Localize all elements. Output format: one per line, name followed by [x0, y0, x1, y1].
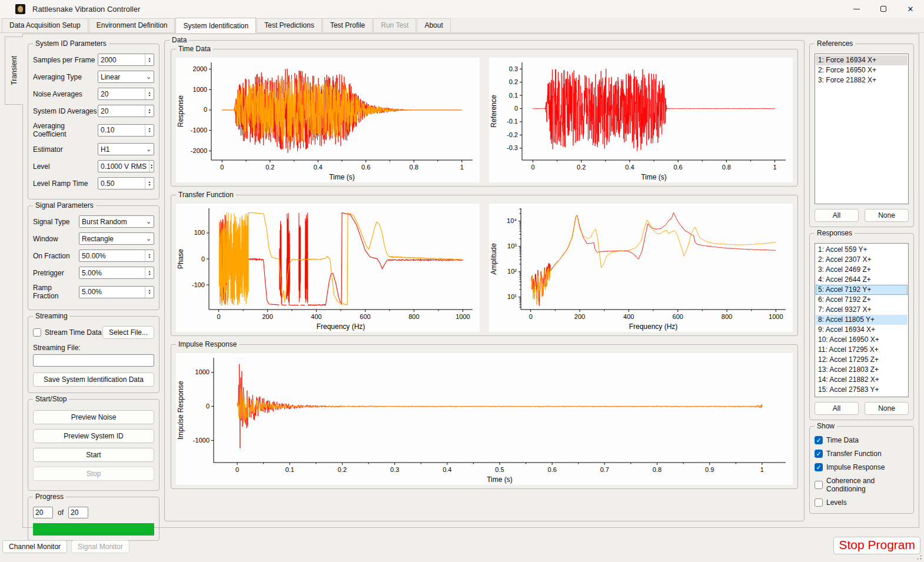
stop-button: Stop [33, 467, 154, 481]
preview-noise-button[interactable]: Preview Noise [33, 410, 154, 424]
tab-system-identification[interactable]: System Identification [175, 18, 256, 33]
streaming-file-input[interactable] [33, 354, 154, 367]
show-option-levels[interactable]: Levels [815, 498, 909, 507]
spin-up-down-buttons[interactable]: ▴▾ [145, 88, 154, 99]
references-all-button[interactable]: All [815, 209, 859, 222]
estimator-combobox[interactable]: H1⌄ [98, 143, 154, 155]
responses-all-button[interactable]: All [815, 402, 859, 415]
response-item[interactable]: 12: Accel 17295 Z+ [816, 355, 908, 365]
signal-type-combobox[interactable]: Burst Random⌄ [79, 215, 154, 228]
svg-text:-1000: -1000 [193, 437, 210, 444]
progress-current-input[interactable] [33, 507, 53, 518]
averaging-type-combobox[interactable]: Linear⌄ [98, 71, 154, 83]
response-item[interactable]: 3: Accel 2469 Z+ [816, 265, 908, 275]
references-group: References 1: Force 16934 X+2: Force 169… [809, 44, 914, 227]
response-item[interactable]: 13: Accel 21803 Z+ [816, 365, 908, 375]
spin-up-down-buttons[interactable]: ▴▾ [145, 105, 154, 117]
svg-text:0.1: 0.1 [285, 466, 294, 473]
response-item[interactable]: 1: Accel 559 Y+ [816, 245, 908, 255]
show-option-time-data[interactable]: ✓Time Data [815, 436, 909, 444]
system-id-averages-spinbox[interactable]: 20▴▾ [98, 105, 154, 117]
svg-text:100: 100 [194, 229, 205, 236]
field-value: H1 [98, 145, 144, 154]
show-option-impulse-response[interactable]: ✓Impulse Response [815, 463, 909, 471]
svg-text:Frequency (Hz): Frequency (Hz) [629, 322, 678, 331]
response-item[interactable]: 14: Accel 21882 X+ [816, 375, 908, 385]
svg-text:-1000: -1000 [191, 127, 207, 134]
response-item[interactable]: 9: Accel 16934 X+ [816, 325, 908, 335]
tab-test-predictions[interactable]: Test Predictions [257, 18, 322, 32]
group-title: Start/Stop [33, 395, 69, 403]
checkbox-label: Levels [826, 498, 847, 507]
svg-text:0.5: 0.5 [495, 466, 504, 473]
progress-total-input[interactable] [68, 507, 88, 518]
select-file-button[interactable]: Select File... [102, 326, 154, 339]
svg-text:0.8: 0.8 [410, 164, 418, 171]
param-label: Level [33, 162, 98, 171]
level-spinbox[interactable]: 0.1000 V RMS▴▾ [98, 160, 154, 172]
references-none-button[interactable]: None [865, 209, 909, 222]
stop-program-button[interactable]: Stop Program [833, 537, 920, 554]
response-item[interactable]: 4: Accel 2644 Z+ [816, 275, 908, 285]
maximize-button[interactable] [870, 0, 897, 18]
param-label: Window [33, 235, 79, 243]
minimize-button[interactable] [843, 0, 870, 18]
signal-parameters-group: Signal Parameters Signal TypeBurst Rando… [28, 205, 159, 310]
start-stop-group: Start/Stop Preview NoisePreview System I… [28, 399, 159, 491]
on-fraction-spinbox[interactable]: 50.00%▴▾ [79, 250, 154, 262]
responses-list[interactable]: 1: Accel 559 Y+2: Accel 2307 X+3: Accel … [815, 243, 909, 397]
start-button[interactable]: Start [33, 448, 154, 462]
spin-up-down-buttons[interactable]: ▴▾ [145, 287, 154, 298]
tab-data-acquisition-setup[interactable]: Data Acquisition Setup [2, 18, 88, 32]
show-option-transfer-function[interactable]: ✓Transfer Function [815, 450, 909, 458]
spin-up-down-buttons[interactable]: ▴▾ [145, 54, 154, 65]
reference-item[interactable]: 3: Force 21882 X+ [816, 75, 908, 85]
preview-system-id-button[interactable]: Preview System ID [33, 429, 154, 443]
svg-text:-0.1: -0.1 [507, 118, 518, 125]
noise-averages-spinbox[interactable]: 20▴▾ [98, 88, 154, 100]
tab-transient[interactable]: Transient [5, 36, 23, 105]
ramp-fraction-spinbox[interactable]: 5.00%▴▾ [79, 286, 154, 298]
spin-up-down-buttons[interactable]: ▴▾ [145, 178, 154, 189]
response-item[interactable]: 5: Accel 7192 Y+ [816, 285, 908, 295]
window-combobox[interactable]: Rectangle⌄ [79, 232, 154, 245]
spin-up-down-buttons[interactable]: ▴▾ [145, 125, 154, 136]
reference-item[interactable]: 1: Force 16934 X+ [816, 55, 908, 65]
svg-text:10²: 10² [507, 268, 517, 275]
tab-about[interactable]: About [417, 18, 450, 32]
streaming-group: Streaming Stream Time Data Select File..… [28, 316, 159, 393]
tab-test-profile[interactable]: Test Profile [323, 18, 373, 32]
svg-text:0: 0 [201, 255, 205, 262]
response-item[interactable]: 15: Accel 27583 Y+ [816, 385, 908, 395]
response-item[interactable]: 10: Accel 16950 X+ [816, 335, 908, 345]
svg-text:0: 0 [204, 106, 207, 113]
svg-text:0.6: 0.6 [548, 466, 557, 473]
svg-text:Impulse Response: Impulse Response [177, 381, 185, 440]
tab-environment-definition[interactable]: Environment Definition [89, 18, 175, 32]
checkbox-icon [815, 498, 823, 507]
pretrigger-spinbox[interactable]: 5.00%▴▾ [79, 267, 154, 279]
param-label: Pretrigger [33, 269, 79, 277]
response-item[interactable]: 11: Accel 17295 X+ [816, 345, 908, 355]
spin-up-down-buttons[interactable]: ▴▾ [149, 161, 154, 172]
references-list[interactable]: 1: Force 16934 X+2: Force 16950 X+3: For… [815, 54, 909, 204]
reference-item[interactable]: 2: Force 16950 X+ [816, 65, 908, 75]
channel-monitor-button[interactable]: Channel Monitor [2, 540, 67, 553]
spin-up-down-buttons[interactable]: ▴▾ [145, 250, 154, 261]
response-item[interactable]: 7: Accel 9327 X+ [816, 305, 908, 315]
window-title: Rattlesnake Vibration Controller [32, 5, 140, 14]
response-item[interactable]: 8: Accel 11805 Y+ [816, 315, 908, 325]
response-item[interactable]: 6: Accel 7192 Z+ [816, 295, 908, 305]
spin-up-down-buttons[interactable]: ▴▾ [145, 267, 154, 278]
response-item[interactable]: 2: Accel 2307 X+ [816, 255, 908, 265]
stream-time-data-checkbox[interactable]: Stream Time Data [33, 328, 102, 337]
averaging-coefficient-spinbox[interactable]: 0.10▴▾ [98, 124, 154, 137]
svg-text:10³: 10³ [507, 242, 517, 250]
svg-text:0.9: 0.9 [705, 466, 714, 473]
samples-per-frame-spinbox[interactable]: 2000▴▾ [98, 54, 154, 66]
show-option-coherence-and-conditioning[interactable]: Coherence and Conditioning [815, 477, 909, 493]
responses-none-button[interactable]: None [865, 402, 909, 415]
level-ramp-time-spinbox[interactable]: 0.50▴▾ [98, 177, 154, 189]
close-button[interactable]: ✕ [897, 0, 924, 18]
save-system-identification-data-button[interactable]: Save System Identification Data [33, 373, 154, 387]
